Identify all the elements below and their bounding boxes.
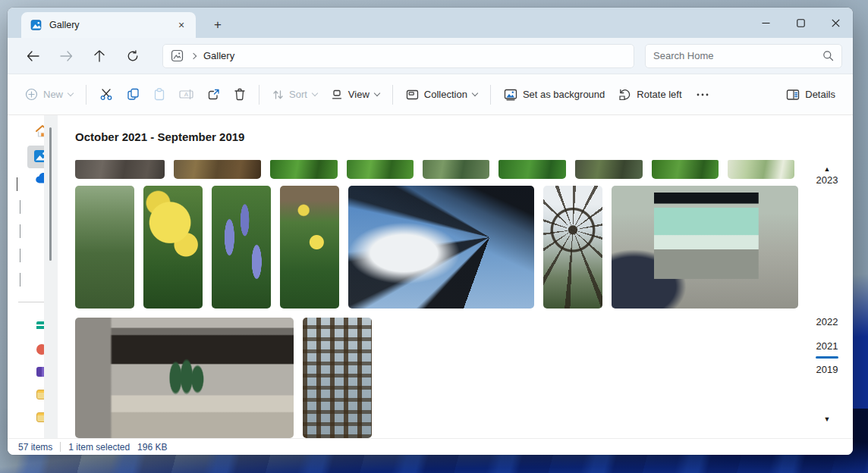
up-button[interactable] (85, 43, 114, 69)
tree-item-collapsed[interactable] (20, 200, 20, 214)
chevron-down-icon (472, 90, 478, 96)
navigation-pane (8, 115, 58, 438)
search-box[interactable] (645, 44, 842, 68)
sort-button-label: Sort (289, 89, 307, 100)
photo-thumbnail[interactable] (423, 160, 489, 179)
rename-button[interactable]: A (172, 81, 200, 108)
tree-item-collapsed[interactable] (20, 224, 20, 238)
minimize-button[interactable] (748, 8, 783, 38)
delete-button[interactable] (227, 81, 253, 108)
details-pane-icon (786, 89, 800, 101)
tree-item-collapsed[interactable] (20, 273, 20, 287)
toolbar-divider (392, 85, 393, 105)
chevron-down-icon (312, 90, 318, 96)
tab-close-button[interactable]: × (173, 17, 190, 33)
explorer-body: October 2021 - September 2019 (8, 115, 853, 438)
breadcrumb-chevron-icon (190, 52, 197, 58)
photo-row-partial (75, 160, 794, 179)
tab-title: Gallery (49, 20, 166, 30)
selection-count: 1 item selected (68, 442, 130, 453)
paste-button[interactable] (146, 81, 172, 108)
sidebar-divider (18, 302, 46, 302)
sort-button[interactable]: Sort (266, 81, 324, 108)
new-tab-button[interactable]: + (206, 14, 229, 36)
toolbar-divider (490, 85, 491, 105)
photo-thumbnail[interactable] (652, 160, 719, 179)
timeline-year-2022[interactable]: 2022 (810, 316, 844, 327)
photo-thumbnail[interactable] (270, 160, 338, 179)
details-button-label: Details (805, 89, 835, 100)
photo-thumbnail[interactable] (347, 160, 414, 179)
more-options-button[interactable] (689, 81, 716, 108)
photo-thumbnail[interactable] (75, 186, 134, 309)
tab-gallery[interactable]: Gallery × (21, 12, 196, 38)
photo-thumbnail[interactable] (212, 186, 271, 309)
window-controls (748, 8, 853, 38)
photo-thumbnail[interactable] (174, 160, 261, 179)
view-button-label: View (348, 89, 370, 100)
selection-size: 196 KB (137, 442, 167, 453)
ellipsis-icon (696, 92, 709, 97)
chevron-down-icon (68, 90, 74, 96)
search-input[interactable] (653, 50, 822, 61)
close-button[interactable] (818, 8, 853, 38)
scrubber-up-icon[interactable]: ▲ (810, 165, 844, 173)
photo-row-1 (75, 186, 798, 309)
status-bar: 57 items 1 item selected 196 KB (8, 438, 853, 455)
file-explorer-window: Gallery × + (8, 8, 853, 455)
gallery-content: October 2021 - September 2019 (58, 115, 853, 438)
new-button-label: New (43, 89, 63, 100)
location-gallery-icon (171, 49, 184, 62)
breadcrumb-location[interactable]: Gallery (203, 50, 234, 61)
collection-button-label: Collection (424, 89, 467, 100)
cut-button[interactable] (93, 81, 120, 108)
refresh-button[interactable] (118, 43, 147, 69)
date-group-header: October 2021 - September 2019 (75, 130, 244, 143)
set-as-background-button[interactable]: Set as background (497, 81, 612, 108)
photo-thumbnail[interactable] (498, 160, 566, 179)
search-icon[interactable] (822, 50, 834, 61)
photo-row-2 (75, 318, 372, 438)
timeline-year-2021[interactable]: 2021 (810, 340, 844, 352)
photo-thumbnail[interactable] (303, 318, 372, 438)
view-button[interactable]: View (324, 81, 386, 108)
collection-button[interactable]: Collection (399, 81, 484, 108)
forward-button[interactable] (52, 43, 80, 69)
photo-thumbnail[interactable] (543, 186, 602, 309)
photo-thumbnail[interactable] (348, 186, 534, 309)
new-button[interactable]: New (18, 81, 80, 108)
photo-thumbnail[interactable] (143, 186, 203, 309)
status-divider (60, 442, 61, 452)
copy-button[interactable] (120, 81, 146, 108)
svg-text:A: A (184, 91, 189, 98)
collection-icon (406, 89, 419, 101)
details-button[interactable]: Details (779, 81, 842, 108)
photo-thumbnail[interactable] (280, 186, 339, 309)
plus-circle-icon (25, 88, 38, 101)
back-button[interactable] (18, 43, 47, 69)
rotate-left-button[interactable]: Rotate left (612, 81, 688, 108)
photo-thumbnail[interactable] (728, 160, 794, 179)
timeline-year-2023[interactable]: 2023 (810, 174, 844, 186)
timeline-position-indicator (816, 356, 838, 359)
rotate-left-icon (618, 88, 631, 101)
photo-thumbnail[interactable] (75, 160, 165, 179)
sidebar-scrollbar-thumb[interactable] (49, 127, 52, 261)
rotate-left-label: Rotate left (637, 89, 681, 100)
share-button[interactable] (200, 81, 227, 108)
timeline-year-2019[interactable]: 2019 (810, 364, 844, 375)
navigation-bar: Gallery (8, 38, 853, 74)
view-icon (331, 89, 343, 101)
address-bar[interactable]: Gallery (162, 44, 634, 68)
photo-thumbnail[interactable] (612, 186, 798, 309)
photo-thumbnail[interactable] (575, 160, 643, 179)
item-count: 57 items (18, 442, 52, 453)
tree-item-collapsed[interactable] (20, 249, 20, 262)
toolbar-divider (86, 85, 86, 105)
maximize-button[interactable] (783, 8, 818, 38)
toolbar-divider (259, 85, 259, 105)
expand-chevron-down-icon[interactable] (17, 177, 17, 191)
image-icon (504, 89, 517, 101)
scrubber-down-icon[interactable]: ▼ (810, 415, 844, 423)
photo-thumbnail[interactable] (75, 318, 294, 438)
